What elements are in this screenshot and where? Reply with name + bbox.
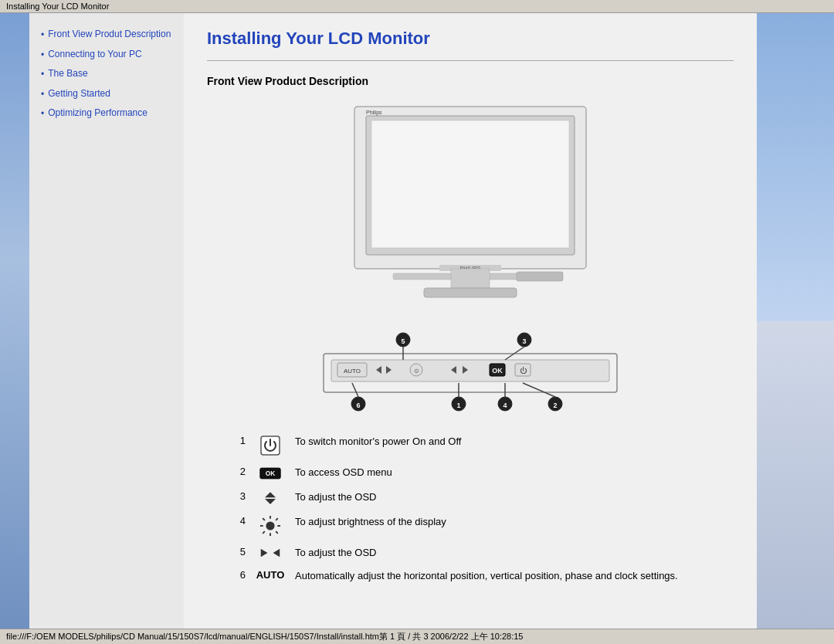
control-num-1: 1	[230, 435, 246, 446]
control-item-6: 6 AUTO Automatically adjust the horizont…	[230, 569, 734, 583]
svg-text:⏻: ⏻	[520, 367, 527, 375]
control-icon-power	[255, 435, 286, 456]
control-item-3: 3 To adjust the OSD	[230, 490, 734, 506]
svg-point-47	[266, 521, 274, 530]
monitor-svg: PHILIPS Philips	[331, 99, 609, 315]
sidebar-item-getting-started[interactable]: Getting Started	[41, 88, 176, 100]
svg-text:6: 6	[356, 402, 360, 409]
svg-marker-45	[265, 492, 276, 497]
sidebar-link-optimizing[interactable]: Optimizing Performance	[48, 107, 147, 120]
sidebar-item-base[interactable]: The Base	[41, 68, 176, 80]
control-item-5: 5 To adjust the OSD	[230, 546, 734, 560]
svg-rect-7	[451, 269, 490, 288]
right-decorative-panel	[757, 13, 834, 629]
content-area: Installing Your LCD Monitor Front View P…	[184, 13, 757, 629]
main-layout: Front View Produt Description Connecting…	[0, 13, 834, 629]
control-desc-2: To access OSD menu	[295, 466, 392, 480]
sidebar-item-connecting[interactable]: Connecting to Your PC	[41, 49, 176, 61]
sidebar-item-optimizing[interactable]: Optimizing Performance	[41, 107, 176, 120]
svg-rect-2	[371, 120, 569, 248]
auto-label: AUTO	[256, 569, 285, 581]
svg-text:1: 1	[456, 402, 460, 409]
svg-text:⊙: ⊙	[414, 368, 419, 375]
control-icon-auto: AUTO	[255, 569, 286, 581]
control-item-4: 4 To adjust brightness of the displ	[230, 515, 734, 537]
control-desc-3: To adjust the OSD	[295, 490, 377, 504]
monitor-illustration: PHILIPS Philips	[207, 99, 734, 315]
sidebar: Front View Produt Description Connecting…	[29, 13, 184, 629]
control-desc-6: Automatically adjust the horizontal posi…	[295, 569, 678, 583]
ok-icon-svg: OK	[259, 466, 281, 481]
title-bar: Installing Your LCD Monitor	[0, 0, 834, 13]
sidebar-link-base[interactable]: The Base	[48, 68, 87, 80]
control-icon-leftright	[255, 546, 286, 560]
svg-rect-8	[424, 288, 517, 297]
svg-line-55	[263, 531, 265, 534]
control-num-3: 3	[230, 490, 246, 502]
sidebar-item-front-view[interactable]: Front View Produt Description	[41, 29, 176, 41]
control-num-2: 2	[230, 466, 246, 477]
control-desc-5: To adjust the OSD	[295, 546, 377, 560]
svg-text:4: 4	[503, 402, 507, 409]
svg-text:Philips: Philips	[366, 110, 382, 116]
sidebar-link-front-view[interactable]: Front View Produt Description	[48, 29, 171, 41]
svg-rect-11	[331, 360, 609, 381]
sidebar-link-connecting[interactable]: Connecting to Your PC	[48, 49, 141, 61]
control-icon-ok: OK	[255, 466, 286, 481]
control-item-2: 2 OK To access OSD menu	[230, 466, 734, 481]
sidebar-nav: Front View Produt Description Connecting…	[41, 29, 176, 120]
svg-text:AUTO: AUTO	[344, 368, 361, 375]
svg-text:2: 2	[553, 402, 557, 409]
right-panel-top	[757, 13, 834, 321]
left-decorative-panel	[0, 13, 29, 629]
control-item-1: 1 To switch monitor's power On and Off	[230, 435, 734, 456]
control-desc-4: To adjust brightness of the display	[295, 515, 446, 529]
page-title: Installing Your LCD Monitor	[207, 29, 734, 49]
button-diagram-svg: AUTO ⊙ OK ⏻	[316, 330, 625, 415]
control-num-4: 4	[230, 515, 246, 527]
leftright-icon-svg	[259, 546, 281, 560]
svg-line-53	[276, 531, 278, 534]
control-desc-1: To switch monitor's power On and Off	[295, 435, 461, 449]
title-bar-text: Installing Your LCD Monitor	[6, 2, 109, 11]
status-bar: file:///F:/OEM MODELS/philips/CD Manual/…	[0, 629, 834, 644]
brightness-icon-svg	[259, 515, 281, 537]
power-icon-svg	[259, 435, 281, 456]
svg-text:5: 5	[401, 337, 405, 345]
svg-marker-56	[261, 549, 268, 558]
svg-text:OK: OK	[266, 469, 276, 477]
control-icon-brightness	[255, 515, 286, 537]
svg-marker-57	[273, 549, 280, 558]
control-num-6: 6	[230, 569, 246, 581]
sidebar-link-getting-started[interactable]: Getting Started	[48, 88, 110, 100]
status-bar-text: file:///F:/OEM MODELS/philips/CD Manual/…	[6, 632, 523, 641]
svg-line-54	[276, 518, 278, 520]
divider	[207, 60, 734, 61]
controls-list: 1 To switch monitor's power On and Off 2	[230, 435, 734, 583]
section-title: Front View Product Description	[207, 75, 734, 87]
svg-marker-46	[265, 499, 276, 504]
svg-line-52	[263, 518, 265, 520]
right-panel-bottom	[757, 321, 834, 629]
svg-text:OK: OK	[492, 367, 503, 375]
svg-text:3: 3	[522, 337, 526, 345]
button-diagram: AUTO ⊙ OK ⏻	[207, 330, 734, 415]
updown-icon-svg	[259, 490, 281, 506]
control-icon-updown	[255, 490, 286, 506]
control-num-5: 5	[230, 546, 246, 558]
svg-rect-6	[517, 272, 563, 281]
